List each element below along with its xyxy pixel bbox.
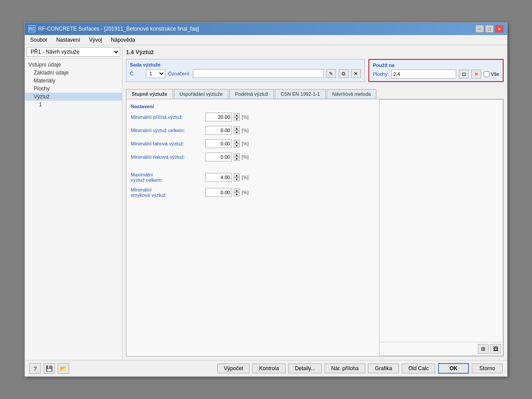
form-row-5: Minimální smyková výztuž: ▲ ▼ [%] [131, 187, 375, 198]
vse-checkbox[interactable] [484, 71, 489, 77]
menu-bar: Soubor Nastavení Vývoj Nápověda [25, 35, 507, 45]
spin-down-1[interactable]: ▼ [234, 130, 240, 134]
tab-csn[interactable]: CSN EN 1992-1-1 [275, 89, 326, 99]
vse-checkbox-label: Vše [484, 71, 499, 77]
right-panel: ⊞ 🖼 [379, 99, 503, 356]
unit-5: [%] [242, 190, 249, 195]
sidebar-tree: Vstupní údaje Základní údaje Materiály P… [25, 59, 122, 360]
tree-zakladni-udaje[interactable]: Základní údaje [25, 69, 122, 77]
pouzit-label: Použít na [373, 63, 499, 68]
minimize-button[interactable]: ─ [475, 25, 484, 33]
right-panel-footer: ⊞ 🖼 [379, 342, 503, 356]
delete-button[interactable]: ✕ [351, 69, 361, 78]
main-window: RC RF-CONCRETE Surfaces - [201911_Betono… [24, 22, 508, 377]
spin-input-0[interactable] [205, 113, 232, 121]
spin-btns-0: ▲ ▼ [234, 113, 240, 121]
close-button[interactable]: ✕ [495, 25, 504, 33]
oznaceni-label: Označení: [168, 71, 190, 76]
grafika-button[interactable]: Grafika [368, 364, 399, 373]
tab-bar: Stupně výztuže Uspořádání výztuže Podéln… [126, 89, 504, 99]
menu-soubor[interactable]: Soubor [27, 36, 51, 44]
tab-navrhova[interactable]: Návrhová metoda [327, 89, 377, 99]
spin-input-3[interactable] [205, 153, 232, 161]
pr-select[interactable]: PŘ1 - Návrh výztuže [27, 47, 120, 57]
tree-vyztu-1[interactable]: 1 [25, 101, 122, 109]
spin-input-5[interactable] [205, 188, 232, 197]
menu-vyvoj[interactable]: Vývoj [86, 36, 106, 44]
spin-3: ▲ ▼ [%] [205, 153, 249, 161]
detaily-button[interactable]: Detaily... [288, 364, 322, 373]
sada-row: Č. 1 Označení: ✎ ⧉ ✕ [130, 69, 361, 78]
open-button[interactable]: 📂 [58, 363, 69, 374]
unit-4: [%] [242, 175, 249, 180]
sada-label: Sada výztuže [130, 62, 361, 67]
unit-0: [%] [242, 114, 249, 120]
tabs-area: Stupně výztuže Uspořádání výztuže Podéln… [126, 89, 504, 356]
menu-napoveda[interactable]: Nápověda [107, 36, 139, 44]
spin-btns-5: ▲ ▼ [234, 188, 240, 196]
plochy-input[interactable] [391, 70, 456, 78]
storno-button[interactable]: Storno [472, 364, 503, 373]
form-row-4: Maximální výztuž celkem: ▲ ▼ [%] [131, 172, 375, 183]
select-plochy-button[interactable]: ⊡ [459, 70, 469, 78]
clear-plochy-button[interactable]: ✕ [471, 70, 481, 78]
field-label-0: Minimální příčná výztuž: [131, 114, 202, 120]
main-area: PŘ1 - Návrh výztuže Vstupní údaje Základ… [25, 45, 507, 360]
spin-down-4[interactable]: ▼ [234, 177, 240, 181]
spin-up-5[interactable]: ▲ [234, 188, 240, 192]
spin-down-5[interactable]: ▼ [234, 192, 240, 196]
ok-button[interactable]: OK [438, 363, 469, 374]
maximize-button[interactable]: □ [485, 25, 494, 33]
image-icon-button[interactable]: 🖼 [490, 344, 501, 354]
spin-up-4[interactable]: ▲ [234, 173, 240, 177]
unit-3: [%] [242, 154, 249, 160]
spin-4: ▲ ▼ [%] [205, 173, 249, 182]
right-panel-content [379, 100, 503, 342]
tab-stupne-vyztuze[interactable]: Stupně výztuže [126, 89, 173, 99]
content-area: 1.4 Výztuž Sada výztuže Č. 1 Označení: ✎ [122, 45, 507, 360]
save-button[interactable]: 💾 [43, 363, 55, 374]
oznaceni-input[interactable] [193, 69, 324, 78]
plochy-row: Plochy: ⊡ ✕ Vše [373, 70, 499, 78]
spin-down-3[interactable]: ▼ [234, 157, 240, 161]
spin-input-2[interactable] [205, 139, 232, 148]
tree-vyztu[interactable]: Výztuž [25, 93, 122, 101]
menu-nastaveni[interactable]: Nastavení [53, 36, 84, 44]
kontrola-button[interactable]: Kontrola [252, 364, 286, 373]
spin-input-4[interactable] [205, 173, 232, 182]
spin-2: ▲ ▼ [%] [205, 139, 249, 148]
spin-up-1[interactable]: ▲ [234, 126, 240, 130]
tab-usporadani[interactable]: Uspořádání výztuže [174, 89, 228, 99]
edit-button[interactable]: ✎ [326, 69, 336, 78]
tree-plochy[interactable]: Plochy [25, 85, 122, 93]
spin-0: ▲ ▼ [%] [205, 113, 249, 121]
spin-down-0[interactable]: ▼ [234, 117, 240, 121]
vypocet-button[interactable]: Výpočet [217, 364, 250, 373]
form-row-1: Minimální výztuž celkem: ▲ ▼ [%] [131, 126, 375, 135]
field-label-1: Minimální výztuž celkem: [131, 128, 202, 133]
title-buttons: ─ □ ✕ [475, 25, 504, 33]
form-area: Nastavení Minimální příčná výztuž: ▲ ▼ [… [126, 99, 379, 356]
spin-down-2[interactable]: ▼ [234, 144, 240, 148]
old-calc-button[interactable]: Old Calc [402, 364, 435, 373]
spin-input-1[interactable] [205, 126, 232, 135]
spin-up-0[interactable]: ▲ [234, 113, 240, 117]
copy-button[interactable]: ⧉ [339, 69, 348, 78]
title-bar-left: RC RF-CONCRETE Surfaces - [201911_Betono… [28, 25, 199, 32]
nar-priloha-button[interactable]: Nár. příloha [325, 364, 365, 373]
spin-5: ▲ ▼ [%] [205, 188, 249, 197]
tab-podelna[interactable]: Podélná výztuž [229, 89, 274, 99]
tree-vstupni-udaje[interactable]: Vstupní údaje [25, 61, 122, 69]
content-header: 1.4 Výztuž [126, 49, 504, 55]
field-label-2: Minimální tahová výztuž: [131, 141, 202, 146]
table-icon-button[interactable]: ⊞ [478, 344, 489, 354]
unit-1: [%] [242, 128, 249, 133]
cislo-select[interactable]: 1 [146, 69, 165, 78]
spin-up-2[interactable]: ▲ [234, 140, 240, 144]
form-row-0: Minimální příčná výztuž: ▲ ▼ [%] [131, 113, 375, 121]
window-title: RF-CONCRETE Surfaces - [201911_Betonové … [38, 26, 199, 32]
help-button[interactable]: ? [29, 363, 41, 374]
bottom-left: ? 💾 📂 [29, 363, 69, 374]
spin-up-3[interactable]: ▲ [234, 153, 240, 157]
tree-materialy[interactable]: Materiály [25, 77, 122, 85]
